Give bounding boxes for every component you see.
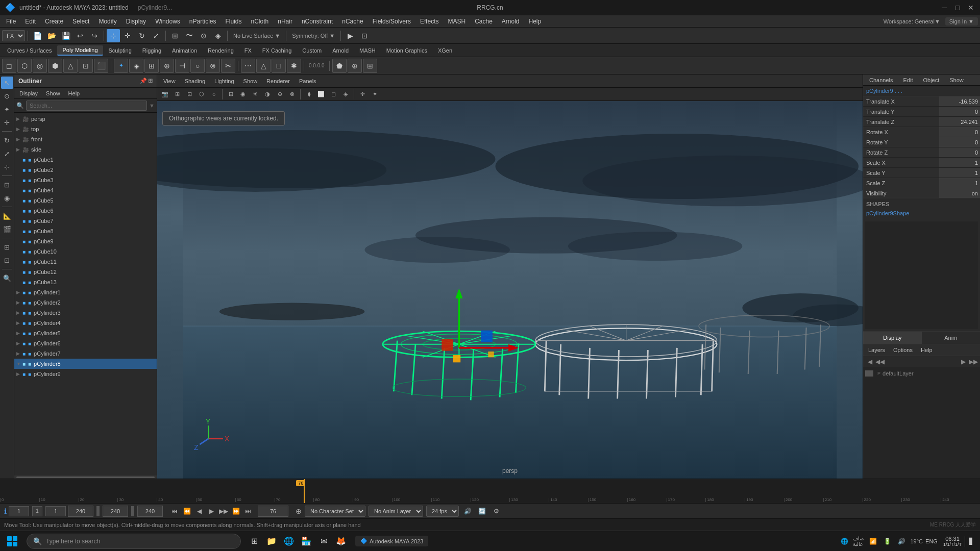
vp-aa-btn[interactable]: ⊗ xyxy=(286,89,298,99)
vp-manipulator-btn[interactable]: ✛ xyxy=(357,89,368,99)
task-widget-btn[interactable]: ⊞ xyxy=(247,534,261,548)
minimize-button[interactable]: ─ xyxy=(940,4,948,12)
tool-lasso[interactable]: ⊙ xyxy=(1,90,13,102)
ch-value-rx[interactable]: 0 xyxy=(939,127,980,137)
anim-tab[interactable]: Anim xyxy=(922,332,981,344)
tool-scale[interactable]: ⤢ xyxy=(1,147,13,160)
outliner-item-pcube3[interactable]: ■ ■ pCube3 xyxy=(14,175,157,185)
ch-menu-object[interactable]: Object xyxy=(920,76,942,84)
task-edge-btn[interactable]: 🌐 xyxy=(282,534,296,548)
timeline-bar[interactable]: 0 10 20 30 40 50 60 70 80 90 100 110 120… xyxy=(0,479,980,503)
tab-animation[interactable]: Animation xyxy=(167,46,202,55)
shelf-cleanup[interactable]: ✱ xyxy=(287,59,301,73)
shelf-bevel[interactable]: ◈ xyxy=(129,59,143,73)
frame-start-value[interactable]: 1 xyxy=(9,506,29,516)
select-tool[interactable]: ⊹ xyxy=(107,29,120,42)
mode-dropdown[interactable]: FX xyxy=(2,30,25,41)
menu-nhair[interactable]: nHair xyxy=(274,17,297,26)
tool-select[interactable]: ↖ xyxy=(1,77,13,89)
menu-effects[interactable]: Effects xyxy=(416,17,443,26)
vp-menu-shading[interactable]: Shading xyxy=(182,77,208,85)
ch-value-sz[interactable]: 1 xyxy=(939,178,980,188)
layers-menu[interactable]: Layers xyxy=(865,346,888,354)
vp-grid-btn[interactable]: ⊞ xyxy=(225,89,236,99)
tray-battery[interactable]: 🔋 xyxy=(881,536,893,547)
ipr-btn[interactable]: ⊡ xyxy=(358,29,371,42)
search-options[interactable]: ▼ xyxy=(149,103,155,109)
vp-nurbsdisp-btn[interactable]: ◻ xyxy=(328,89,339,99)
render-btn[interactable]: ▶ xyxy=(344,29,357,42)
ch-menu-channels[interactable]: Channels xyxy=(866,76,896,84)
menu-windows[interactable]: Windows xyxy=(151,17,184,26)
tool-soft[interactable]: ◉ xyxy=(1,192,13,204)
shelf-poly1[interactable]: ⬡ xyxy=(17,59,32,73)
shelf-insert[interactable]: ⊗ xyxy=(206,59,220,73)
vp-xray-btn[interactable]: ◈ xyxy=(340,89,351,99)
layer-nav-prev2[interactable]: ◀◀ xyxy=(875,357,885,366)
tab-curves-surfaces[interactable]: Curves / Surfaces xyxy=(2,46,57,55)
tray-lang[interactable]: ENG xyxy=(926,536,937,547)
pb-prev-key[interactable]: ⏪ xyxy=(181,506,192,517)
shelf-select[interactable]: ◻ xyxy=(2,59,16,73)
start-button[interactable] xyxy=(4,533,20,549)
menu-ncache[interactable]: nCache xyxy=(338,17,367,26)
outliner-item-pcube7[interactable]: ■ ■ pCube7 xyxy=(14,216,157,226)
task-browser-btn[interactable]: 🦊 xyxy=(334,534,348,548)
shelf-loop[interactable]: ○ xyxy=(190,59,205,73)
outliner-item-pcyl5[interactable]: ▶ ■ ■ pCylinder5 xyxy=(14,328,157,338)
snap-point[interactable]: ⊙ xyxy=(197,29,210,42)
symmetry-label[interactable]: Symmetry: Off ▼ xyxy=(289,33,338,39)
outliner-item-pcube10[interactable]: ■ ■ pCube10 xyxy=(14,246,157,257)
vp-menu-panels[interactable]: Panels xyxy=(296,77,320,85)
tab-mash[interactable]: MASH xyxy=(354,46,381,55)
pb-play[interactable]: ▶ xyxy=(206,506,217,517)
frame-check-value[interactable]: 1 xyxy=(45,506,66,516)
menu-arnold[interactable]: Arnold xyxy=(498,17,524,26)
shelf-mirror[interactable]: ⊣ xyxy=(175,59,189,73)
outliner-item-persp[interactable]: ▶ 🎥 persp xyxy=(14,114,157,124)
settings-btn[interactable]: ⚙ xyxy=(491,506,502,517)
vp-menu-renderer[interactable]: Renderer xyxy=(263,77,293,85)
snap-curve[interactable]: 〜 xyxy=(183,29,196,42)
menu-ncloth[interactable]: nCloth xyxy=(247,17,273,26)
vp-display-btn[interactable]: ⬜ xyxy=(315,89,327,99)
scale-tool[interactable]: ⤢ xyxy=(150,29,163,42)
pb-begin[interactable]: ⏮ xyxy=(169,506,180,517)
vp-iso-btn[interactable]: ⧫ xyxy=(303,89,314,99)
shelf-poly4[interactable]: △ xyxy=(63,59,78,73)
vp-light-btn[interactable]: ☀ xyxy=(250,89,261,99)
current-frame-input[interactable]: 76 xyxy=(258,506,288,517)
ch-value-vis[interactable]: on xyxy=(939,188,980,198)
search-input[interactable] xyxy=(26,101,147,111)
menu-display[interactable]: Display xyxy=(122,17,150,26)
tool-rotate[interactable]: ↻ xyxy=(1,134,13,146)
outliner-item-pcube4[interactable]: ■ ■ pCube4 xyxy=(14,185,157,195)
tab-fx-caching[interactable]: FX Caching xyxy=(257,46,297,55)
viewport-canvas[interactable]: X Y Z Orthographic views are currently l… xyxy=(157,101,863,479)
outliner-item-pcube9[interactable]: ■ ■ pCube9 xyxy=(14,236,157,246)
task-store-btn[interactable]: 🏪 xyxy=(299,534,313,548)
undo-btn[interactable]: ↩ xyxy=(74,29,87,42)
rotate-tool[interactable]: ↻ xyxy=(135,29,149,42)
menu-edit[interactable]: Edit xyxy=(21,17,40,26)
tray-arabic[interactable]: صاف عالية xyxy=(853,536,864,547)
tab-rigging[interactable]: Rigging xyxy=(137,46,166,55)
loop-btn[interactable]: 🔄 xyxy=(476,506,487,517)
menu-help[interactable]: Help xyxy=(525,17,546,26)
ch-value-rz[interactable]: 0 xyxy=(939,147,980,157)
tray-sound[interactable]: 🔊 xyxy=(896,536,907,547)
selected-object-name[interactable]: pCylinder9 . . . xyxy=(863,86,980,96)
vp-wireframe-btn[interactable]: ⬡ xyxy=(196,89,207,99)
ch-value-tx[interactable]: -16.539 xyxy=(939,96,980,106)
layer-nav-next[interactable]: ▶ xyxy=(959,357,968,366)
tab-poly-modeling[interactable]: Poly Modeling xyxy=(57,45,103,56)
shelf-combine[interactable]: ⊕ xyxy=(160,59,174,73)
outliner-item-pcube13[interactable]: ■ ■ pCube13 xyxy=(14,277,157,287)
tool-measure[interactable]: 📐 xyxy=(1,210,13,222)
maximize-button[interactable]: □ xyxy=(953,4,962,12)
ch-value-tz[interactable]: 24.241 xyxy=(939,117,980,127)
vp-menu-view[interactable]: View xyxy=(160,77,179,85)
outliner-item-top[interactable]: ▶ 🎥 top xyxy=(14,124,157,134)
outliner-item-pcube1[interactable]: ■ ■ pCube1 xyxy=(14,155,157,165)
fps-dropdown[interactable]: 24 fps xyxy=(426,506,459,517)
